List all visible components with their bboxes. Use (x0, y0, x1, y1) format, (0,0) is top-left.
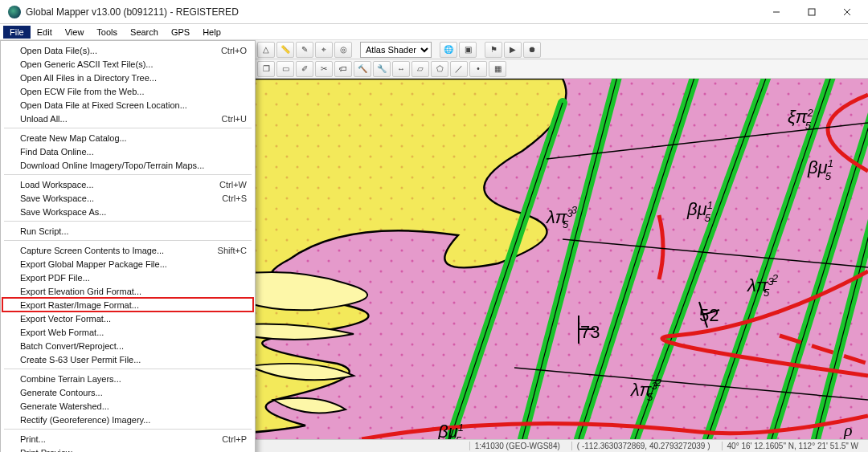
menu-item-label: Load Workspace... (20, 180, 94, 189)
menu-item[interactable]: Save Workspace As... (2, 205, 253, 218)
status-latlon: 40° 16' 12.1605" N, 112° 21' 51.5" W (722, 442, 863, 450)
close-button[interactable] (829, 0, 865, 23)
line-icon: ／ (455, 63, 463, 75)
tool-button[interactable]: ◎ (334, 42, 352, 58)
tool-button[interactable]: 🔨 (354, 61, 371, 77)
tool-button[interactable]: • (469, 61, 487, 77)
minimize-icon (772, 8, 780, 16)
tool-button[interactable]: ▶ (504, 42, 522, 58)
menu-item-label: Rectify (Georeference) Imagery... (20, 415, 150, 425)
menu-item-label: Open Generic ASCII Text File(s)... (20, 59, 153, 69)
menu-item[interactable]: Open Generic ASCII Text File(s)... (2, 57, 253, 71)
menu-item[interactable]: Create New Map Catalog... (2, 131, 253, 145)
menu-item[interactable]: Open ECW File from the Web... (2, 84, 253, 98)
tool-button[interactable]: ↔ (392, 61, 410, 77)
menu-view[interactable]: View (59, 26, 91, 39)
tool-button[interactable]: 🌐 (440, 42, 457, 58)
menu-item[interactable]: Generate Contours... (2, 385, 253, 399)
tool-button[interactable]: 🔧 (373, 61, 391, 77)
tool-button[interactable]: ▣ (459, 42, 477, 58)
menu-bar: File Edit View Tools Search GPS Help (0, 24, 868, 40)
point-icon: • (477, 64, 480, 73)
menu-item-label: Export Elevation Grid Format... (20, 287, 141, 296)
menu-item-label: Print Preview... (20, 448, 79, 453)
menu-item-label: Create S-63 User Permit File... (20, 355, 141, 364)
menu-gps[interactable]: GPS (165, 26, 196, 39)
tool-button[interactable]: ▭ (276, 61, 294, 77)
flag-icon: ⚑ (490, 45, 497, 54)
menu-item[interactable]: Export Global Mapper Package File... (2, 257, 253, 271)
menu-item[interactable]: Export Web Format... (2, 325, 253, 339)
menu-item[interactable]: Save Workspace...Ctrl+S (2, 191, 253, 205)
tool-button[interactable]: ✎ (296, 42, 313, 58)
shader-select[interactable]: Atlas Shader (360, 42, 432, 58)
title-bar: Global Mapper v13.00 (b091211) - REGISTE… (0, 0, 868, 24)
menu-item-label: Save Workspace... (20, 193, 94, 203)
menu-item[interactable]: Print Preview... (2, 446, 253, 452)
tool-button[interactable]: 🏷 (334, 61, 352, 77)
minimize-button[interactable] (759, 0, 794, 23)
menu-item[interactable]: Create S-63 User Permit File... (2, 352, 253, 366)
menu-edit[interactable]: Edit (31, 26, 59, 39)
menu-item-shortcut: Ctrl+U (222, 114, 247, 124)
menu-item[interactable]: Export PDF File... (2, 271, 253, 284)
menu-item-label: Unload All... (20, 114, 68, 124)
menu-item[interactable]: Rectify (Georeference) Imagery... (2, 413, 253, 426)
menu-item-shortcut: Ctrl+O (221, 46, 247, 55)
menu-item[interactable]: Export Vector Format... (2, 312, 253, 325)
polygon-icon: ⬠ (436, 64, 444, 73)
menu-item[interactable]: Find Data Online... (2, 145, 253, 158)
menu-item-label: Open All Files in a Directory Tree... (20, 73, 157, 83)
menu-item[interactable]: Load Workspace...Ctrl+W (2, 177, 253, 191)
tool-button[interactable]: 📏 (276, 42, 294, 58)
menu-item-label: Combine Terrain Layers... (20, 374, 121, 384)
tool-button[interactable]: ⚑ (485, 42, 502, 58)
menu-item[interactable]: Print...Ctrl+P (2, 432, 253, 446)
tool-button[interactable]: △ (257, 42, 275, 58)
hammer-icon: 🔨 (358, 64, 367, 73)
tool-button[interactable]: ❐ (257, 61, 275, 77)
menu-item-label: Generate Contours... (20, 388, 103, 397)
menu-item[interactable]: Open Data File(s)...Ctrl+O (2, 43, 253, 57)
tool-button[interactable]: ✐ (296, 61, 313, 77)
menu-item[interactable]: Generate Watershed... (2, 399, 253, 413)
menu-item-label: Download Online Imagery/Topo/Terrain Map… (20, 161, 204, 170)
menu-item[interactable]: Download Online Imagery/Topo/Terrain Map… (2, 158, 253, 172)
menu-file[interactable]: File (3, 26, 31, 39)
geology-label: 52 (699, 305, 719, 325)
edit-icon: ✐ (301, 64, 308, 73)
menu-item[interactable]: Open All Files in a Directory Tree... (2, 71, 253, 84)
menu-item-label: Open Data File(s)... (20, 46, 97, 55)
menu-item-label: Export Raster/Image Format... (20, 300, 139, 310)
svg-rect-1 (809, 9, 815, 15)
menu-item[interactable]: Combine Terrain Layers... (2, 372, 253, 385)
tool-button[interactable]: ⌖ (315, 42, 333, 58)
maximize-icon (808, 8, 816, 16)
menu-item-label: Export Global Mapper Package File... (20, 259, 167, 269)
tool-button[interactable]: ⬠ (431, 61, 448, 77)
menu-item[interactable]: Run Script... (2, 224, 253, 238)
menu-item-label: Print... (20, 434, 46, 444)
menu-item-label: Export Vector Format... (20, 314, 111, 324)
menu-item[interactable]: Export Raster/Image Format... (2, 298, 253, 312)
grid-icon: ▦ (494, 64, 502, 73)
menu-item[interactable]: Capture Screen Contents to Image...Shift… (2, 243, 253, 257)
file-menu-dropdown: Open Data File(s)...Ctrl+OOpen Generic A… (0, 40, 256, 452)
menu-tools[interactable]: Tools (90, 26, 124, 39)
tool-button[interactable]: ▱ (411, 61, 429, 77)
menu-item[interactable]: Export Elevation Grid Format... (2, 284, 253, 298)
status-coords: ( -112.3630372869, 40.2793272039 ) (571, 442, 715, 450)
tool-button[interactable]: ▦ (489, 61, 506, 77)
tool-button[interactable]: ✂ (315, 61, 333, 77)
menu-item[interactable]: Open Data File at Fixed Screen Location.… (2, 98, 253, 112)
menu-help[interactable]: Help (196, 26, 227, 39)
maximize-button[interactable] (794, 0, 829, 23)
tool-button[interactable]: ／ (450, 61, 468, 77)
menu-item[interactable]: Unload All...Ctrl+U (2, 112, 253, 125)
menu-search[interactable]: Search (124, 26, 165, 39)
tool-button[interactable]: ⏺ (523, 42, 541, 58)
tag-icon: 🏷 (339, 64, 347, 73)
globe-icon: 🌐 (444, 45, 453, 54)
menu-item[interactable]: Batch Convert/Reproject... (2, 339, 253, 352)
menu-item-label: Generate Watershed... (20, 401, 109, 411)
